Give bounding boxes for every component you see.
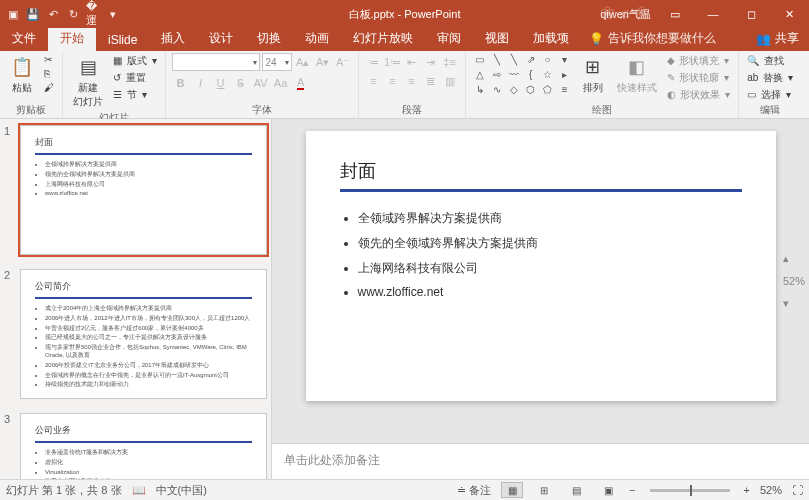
shadow-button[interactable]: AV — [252, 74, 270, 92]
align-left-button[interactable]: ≡ — [365, 72, 383, 90]
thumb-wrap[interactable]: 1封面全领域跨界解决方案提供商领先的全领域跨界解决方案提供商上海网络科技有限公司… — [4, 125, 267, 255]
tab-insert[interactable]: 插入 — [149, 26, 197, 51]
font-size-combo[interactable]: 24 — [262, 53, 292, 71]
share-button[interactable]: 👥 共享 — [746, 26, 809, 51]
numbering-button[interactable]: 1≔ — [384, 53, 402, 71]
minimize-icon[interactable]: — — [699, 8, 727, 20]
tab-slideshow[interactable]: 幻灯片放映 — [341, 26, 425, 51]
tab-view[interactable]: 视图 — [473, 26, 521, 51]
save-icon[interactable]: 💾 — [26, 7, 40, 21]
shape-line-icon[interactable]: ╲ — [489, 53, 505, 67]
tab-design[interactable]: 设计 — [197, 26, 245, 51]
tab-islide[interactable]: iSlide — [96, 29, 149, 51]
shape-rect-icon[interactable]: ▭ — [472, 53, 488, 67]
replace-button[interactable]: ab 替换 ▾ — [745, 70, 795, 86]
tab-animations[interactable]: 动画 — [293, 26, 341, 51]
new-slide-button[interactable]: ▤ 新建 幻灯片 — [69, 53, 107, 111]
shape-expand-icon[interactable]: ≡ — [557, 83, 573, 97]
zoom-pct-icon[interactable]: 52% — [783, 275, 805, 287]
maximize-icon[interactable]: ◻ — [737, 8, 765, 21]
shape-fill-button[interactable]: ◆ 形状填充 ▾ — [665, 53, 733, 69]
bullets-button[interactable]: ≔ — [365, 53, 383, 71]
shape-tri-icon[interactable]: △ — [472, 68, 488, 82]
shape-star-icon[interactable]: ☆ — [540, 68, 556, 82]
justify-button[interactable]: ≣ — [422, 72, 440, 90]
shape-scroll-icon[interactable]: ▸ — [557, 68, 573, 82]
shape-oval-icon[interactable]: ○ — [540, 53, 556, 67]
arrange-button[interactable]: ⊞ 排列 — [577, 53, 609, 97]
normal-view-icon[interactable]: ▦ — [501, 482, 523, 498]
shape-outline-button[interactable]: ✎ 形状轮廓 ▾ — [665, 70, 733, 86]
paste-button[interactable]: 📋 粘贴 — [6, 53, 38, 97]
slide-thumbnail-panel[interactable]: 1封面全领域跨界解决方案提供商领先的全领域跨界解决方案提供商上海网络科技有限公司… — [0, 119, 272, 479]
font-color-button[interactable]: A — [292, 74, 310, 92]
tab-file[interactable]: 文件 — [0, 26, 48, 51]
shape-effects-button[interactable]: ◐ 形状效果 ▾ — [665, 87, 733, 103]
shape-curve-icon[interactable]: 〰 — [506, 68, 522, 82]
strikethrough-button[interactable]: S̶ — [232, 74, 250, 92]
underline-button[interactable]: U — [212, 74, 230, 92]
line-spacing-button[interactable]: ‡≡ — [441, 53, 459, 71]
tab-review[interactable]: 审阅 — [425, 26, 473, 51]
align-center-button[interactable]: ≡ — [384, 72, 402, 90]
copy-button[interactable]: ⎘ — [42, 67, 56, 80]
shape-callout-icon[interactable]: ◇ — [506, 83, 522, 97]
thumb-wrap[interactable]: 3公司业务业务涵盖传统IT服务和解决方案虚拟化Virtualization数字化… — [4, 413, 267, 479]
spellcheck-icon[interactable]: 📖 — [132, 484, 146, 497]
fit-to-window-icon[interactable]: ⛶ — [792, 484, 803, 496]
slideshow-view-icon[interactable]: ▣ — [597, 482, 619, 498]
layout-button[interactable]: ▦ 版式 ▾ — [111, 53, 159, 69]
slide-thumbnail[interactable]: 封面全领域跨界解决方案提供商领先的全领域跨界解决方案提供商上海网络科技有限公司w… — [20, 125, 267, 255]
shape-line2-icon[interactable]: ╲ — [506, 53, 522, 67]
align-right-button[interactable]: ≡ — [403, 72, 421, 90]
shape-brace-icon[interactable]: { — [523, 68, 539, 82]
tab-home[interactable]: 开始 — [48, 26, 96, 51]
columns-button[interactable]: ▥ — [441, 72, 459, 90]
cut-button[interactable]: ✂ — [42, 53, 56, 66]
select-button[interactable]: ▭ 选择 ▾ — [745, 87, 795, 103]
zoom-in-icon[interactable]: + — [744, 484, 750, 496]
tab-transitions[interactable]: 切换 — [245, 26, 293, 51]
notes-pane[interactable]: 单击此处添加备注 — [272, 443, 809, 479]
shape-rarrow-icon[interactable]: ⇨ — [489, 68, 505, 82]
start-from-beginning-icon[interactable]: �運 — [86, 7, 100, 21]
shape-hex-icon[interactable]: ⬡ — [523, 83, 539, 97]
zoom-out-icon[interactable]: − — [629, 484, 635, 496]
decrease-indent-button[interactable]: ⇤ — [403, 53, 421, 71]
thumb-wrap[interactable]: 2公司简介成立于2004年的上海全领域跨界解决方案提供商2006年进入市场，20… — [4, 269, 267, 399]
notes-toggle[interactable]: ≐ 备注 — [457, 483, 491, 498]
slide-counter[interactable]: 幻灯片 第 1 张，共 8 张 — [6, 483, 122, 498]
reading-view-icon[interactable]: ▤ — [565, 482, 587, 498]
undo-icon[interactable]: ↶ — [46, 7, 60, 21]
ribbon-options-icon[interactable]: ▭ — [661, 8, 689, 21]
shape-pent-icon[interactable]: ⬠ — [540, 83, 556, 97]
slide-stage[interactable]: 封面 全领域跨界解决方案提供商领先的全领域跨界解决方案提供商上海网络科技有限公司… — [272, 119, 809, 443]
find-button[interactable]: 🔍 查找 — [745, 53, 795, 69]
zoom-slider[interactable] — [650, 489, 730, 492]
shape-arrow-icon[interactable]: ⇗ — [523, 53, 539, 67]
tab-addins[interactable]: 加载项 — [521, 26, 581, 51]
decrease-font-icon[interactable]: A▾ — [314, 53, 332, 71]
italic-button[interactable]: I — [192, 74, 210, 92]
slide-thumbnail[interactable]: 公司业务业务涵盖传统IT服务和解决方案虚拟化Virtualization数字化全… — [20, 413, 267, 479]
redo-icon[interactable]: ↻ — [66, 7, 80, 21]
char-spacing-button[interactable]: Aa — [272, 74, 290, 92]
clear-format-icon[interactable]: A⁻ — [334, 53, 352, 71]
reset-button[interactable]: ↺ 重置 — [111, 70, 159, 86]
slide-thumbnail[interactable]: 公司简介成立于2004年的上海全领域跨界解决方案提供商2006年进入市场，201… — [20, 269, 267, 399]
user-name[interactable]: qiwen气温 — [600, 7, 651, 22]
close-icon[interactable]: ✕ — [775, 8, 803, 21]
current-slide[interactable]: 封面 全领域跨界解决方案提供商领先的全领域跨界解决方案提供商上海网络科技有限公司… — [306, 131, 776, 401]
increase-indent-button[interactable]: ⇥ — [422, 53, 440, 71]
section-button[interactable]: ☰ 节 ▾ — [111, 87, 159, 103]
collapse-toolbar-icon[interactable]: ▴ — [783, 252, 805, 265]
increase-font-icon[interactable]: A▴ — [294, 53, 312, 71]
shapes-gallery[interactable]: ▭╲╲⇗○▾ △⇨〰{☆▸ ↳∿◇⬡⬠≡ — [472, 53, 573, 97]
shape-more-icon[interactable]: ▾ — [557, 53, 573, 67]
expand-toolbar-icon[interactable]: ▾ — [783, 297, 805, 310]
zoom-level[interactable]: 52% — [760, 484, 782, 496]
font-family-combo[interactable] — [172, 53, 260, 71]
format-painter-button[interactable]: 🖌 — [42, 81, 56, 94]
language-indicator[interactable]: 中文(中国) — [156, 483, 207, 498]
shape-freeform-icon[interactable]: ∿ — [489, 83, 505, 97]
